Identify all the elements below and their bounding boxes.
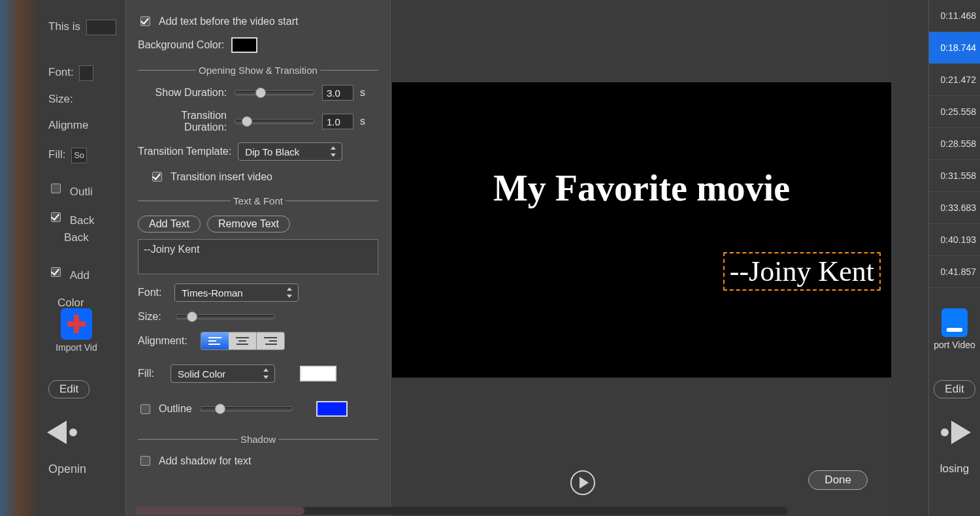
size-label-2: Size: xyxy=(138,311,168,323)
select-arrows-icon xyxy=(261,367,270,380)
timestamp-cell[interactable]: 0:21.472 xyxy=(929,64,980,96)
size-slider[interactable] xyxy=(176,314,275,319)
edit-button-right[interactable]: Edit xyxy=(934,380,975,398)
add-text-button[interactable]: Add Text xyxy=(138,216,201,233)
preview-title-text[interactable]: My Favorite movie xyxy=(392,167,891,209)
transition-duration-slider[interactable] xyxy=(235,119,314,124)
fill-color-swatch[interactable] xyxy=(300,366,336,381)
preview-text-input[interactable] xyxy=(86,20,116,35)
section-textfont-divider: Text & Font xyxy=(138,195,378,206)
add-checkbox[interactable] xyxy=(51,267,61,277)
show-duration-input[interactable] xyxy=(322,85,353,101)
align-right-icon[interactable] xyxy=(257,332,284,349)
fill-label: Fill: xyxy=(48,148,65,161)
select-arrows-icon xyxy=(329,145,338,158)
fill-select-fragment[interactable]: So xyxy=(71,148,87,163)
prev-arrow-icon[interactable] xyxy=(47,421,67,444)
text-settings-popover: Add text before the video start Backgrou… xyxy=(125,0,391,516)
play-button[interactable] xyxy=(570,470,595,495)
background-color-label: Background Color: xyxy=(138,39,225,51)
back-label-1: Back xyxy=(70,214,95,227)
add-text-before-start-label: Add text before the video start xyxy=(159,16,298,27)
transition-duration-input[interactable] xyxy=(322,114,353,129)
show-duration-label: Show Duration: xyxy=(138,87,227,99)
background-color-swatch[interactable] xyxy=(231,37,257,53)
closing-label: losing xyxy=(929,462,980,476)
font-select[interactable]: Times-Roman xyxy=(174,283,299,302)
fill-select[interactable]: Solid Color xyxy=(171,364,275,383)
outline-label: Outli xyxy=(70,185,93,198)
opening-label: Openin xyxy=(48,462,86,476)
preview-author-text[interactable]: --Joiny Kent xyxy=(723,252,881,291)
font-label: Font: xyxy=(48,66,74,78)
section-shadow-divider: Shadow xyxy=(138,434,378,445)
edit-button[interactable]: Edit xyxy=(48,380,90,398)
transition-duration-label: Transition Duration: xyxy=(138,110,227,133)
export-video-block[interactable]: port Video xyxy=(933,308,976,350)
done-button[interactable]: Done xyxy=(808,470,868,490)
align-left-icon[interactable] xyxy=(201,332,229,349)
size-label: Size: xyxy=(48,93,73,106)
transition-insert-video-label: Transition insert video xyxy=(171,171,272,183)
transition-duration-unit: s xyxy=(360,116,365,127)
timestamp-cell[interactable]: 0:33.683 xyxy=(929,192,980,224)
font-label-2: Font: xyxy=(138,287,168,298)
timestamp-cell[interactable]: 0:40.193 xyxy=(929,224,980,256)
show-duration-slider[interactable] xyxy=(235,90,314,95)
select-arrows-icon xyxy=(285,286,294,299)
outline-checkbox-2[interactable] xyxy=(140,404,150,414)
alignment-label: Alignme xyxy=(48,119,88,132)
transition-insert-video-checkbox[interactable] xyxy=(152,172,162,182)
fill-label-2: Fill: xyxy=(138,368,164,379)
add-shadow-label: Add shadow for text xyxy=(159,455,251,467)
back-checkbox[interactable] xyxy=(51,212,61,222)
remove-text-button[interactable]: Remove Text xyxy=(207,216,290,233)
add-shadow-checkbox[interactable] xyxy=(140,456,150,466)
add-label: Add xyxy=(70,269,90,282)
import-video-label: Import Vid xyxy=(47,342,106,353)
transition-template-select[interactable]: Dip To Black xyxy=(238,142,342,161)
alignment-segmented[interactable] xyxy=(201,332,285,350)
timestamp-cell[interactable]: 0:28.558 xyxy=(929,128,980,160)
timestamp-cell[interactable]: 0:11.468 xyxy=(929,0,980,32)
align-center-icon[interactable] xyxy=(229,332,257,349)
section-opening-divider: Opening Show & Transition xyxy=(138,65,378,76)
timestamp-cell[interactable]: 0:18.744 xyxy=(929,32,980,64)
import-plus-icon xyxy=(61,308,92,340)
outline-label-2: Outline xyxy=(159,403,192,415)
alignment-label-2: Alignment: xyxy=(138,335,194,347)
next-arrow-icon[interactable] xyxy=(951,421,971,444)
editor-modal: This is Font: Size: Alignme Fill: So Out… xyxy=(38,0,891,516)
text-content-input[interactable]: --Joiny Kent xyxy=(138,239,378,274)
color-label: Color xyxy=(57,297,84,310)
right-timestamp-panel: 0:11.4680:18.7440:21.4720:25.5580:28.558… xyxy=(928,0,980,516)
export-video-label: port Video xyxy=(933,340,976,350)
show-duration-unit: s xyxy=(360,87,365,99)
timestamp-cell[interactable]: 0:41.857 xyxy=(929,256,980,288)
scrollbar-thumb[interactable] xyxy=(135,507,304,515)
horizontal-scrollbar[interactable] xyxy=(135,507,788,515)
outline-color-swatch[interactable] xyxy=(316,401,348,417)
timestamp-cell[interactable]: 0:31.558 xyxy=(929,160,980,192)
export-icon xyxy=(941,308,968,337)
transition-template-label: Transition Template: xyxy=(138,146,231,157)
video-preview[interactable]: My Favorite movie --Joiny Kent xyxy=(392,82,891,378)
font-select-fragment[interactable] xyxy=(79,65,93,81)
outline-checkbox[interactable] xyxy=(51,184,61,193)
import-video-block[interactable]: Import Vid xyxy=(47,308,106,353)
timestamp-cell[interactable]: 0:25.558 xyxy=(929,96,980,128)
add-text-before-start-checkbox[interactable] xyxy=(140,16,150,26)
preview-text-fragment: This is xyxy=(48,20,80,33)
back-label-2: Back xyxy=(64,231,89,244)
outline-slider[interactable] xyxy=(200,406,293,411)
